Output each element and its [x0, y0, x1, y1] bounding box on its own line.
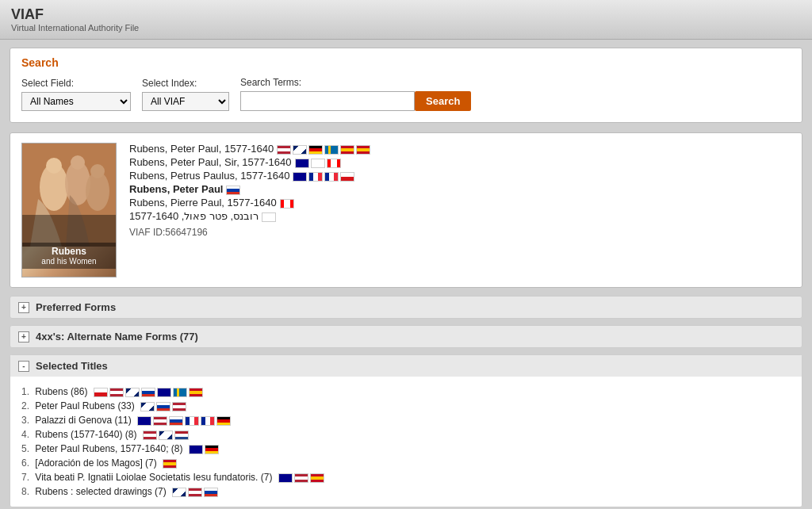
name-text-3: Rubens, Peter Paul — [129, 183, 223, 195]
title-text-6: Vita beati P. Ignatii Loiolae Societatis… — [33, 472, 275, 483]
flag-au — [295, 159, 309, 168]
flag-fr — [324, 172, 339, 182]
flag-ru — [141, 388, 155, 397]
flag-us — [153, 416, 167, 426]
flag-us — [143, 431, 157, 440]
viaf-id: VIAF ID:56647196 — [129, 227, 791, 238]
preferred-forms-header[interactable]: + Preferred Forms — [10, 297, 802, 318]
title-text-1: Peter Paul Rubens (33) — [33, 400, 137, 411]
flag-ru — [204, 488, 218, 497]
flag-au — [157, 388, 171, 397]
title-flags-5 — [163, 459, 177, 469]
flag-cz — [94, 388, 108, 397]
book-cover-art — [22, 144, 117, 247]
flag-us — [188, 488, 202, 497]
title-item-1: 2. Peter Paul Rubens (33) — [21, 399, 791, 413]
main-content: Search Select Field: All Names Personal … — [0, 40, 812, 509]
flag-fr — [201, 416, 215, 426]
alternate-names-section: + 4xx's: Alternate Name Forms (77) — [10, 325, 802, 348]
flag-es — [189, 388, 203, 397]
flag-us — [294, 473, 308, 483]
name-text-5: רובנס, פטר פאול, 1577-1640 — [129, 210, 259, 222]
title-text-4: Peter Paul Rubens, 1577-1640; (8) — [33, 443, 186, 454]
search-button[interactable]: Search — [415, 91, 471, 111]
titles-list: 1. Rubens (86) 2. Peter Paul Rubens (33)… — [21, 385, 791, 499]
search-terms-input[interactable] — [240, 91, 415, 111]
flag-ru — [169, 416, 183, 426]
result-main: Rubens and his Women Rubens, Peter Paul,… — [21, 143, 791, 277]
name-entry-2: Rubens, Petrus Paulus, 1577-1640 — [129, 170, 791, 182]
select-index-label: Select Index: — [142, 78, 229, 89]
title-num-0: 1. — [21, 386, 29, 397]
selected-titles-collapse-icon: - — [18, 361, 29, 372]
name-flags-4 — [280, 199, 294, 209]
svg-point-4 — [46, 158, 62, 174]
preferred-forms-title: Preferred Forms — [36, 301, 116, 313]
flag-gb — [172, 488, 186, 497]
selected-titles-section: - Selected Titles 1. Rubens (86) 2. Pete… — [10, 354, 802, 507]
svg-point-5 — [71, 155, 85, 170]
flag-es — [356, 145, 370, 155]
title-item-2: 3. Palazzi di Genova (11) — [21, 413, 791, 427]
flag-cz — [340, 172, 354, 182]
title-flags-3 — [143, 431, 189, 440]
name-flags-2 — [293, 172, 354, 182]
title-text-5: [Adoración de los Magos] (7) — [33, 457, 159, 469]
alternate-names-collapse-icon: + — [18, 331, 29, 343]
app-subtitle: Virtual International Authority File — [11, 23, 801, 33]
selected-titles-header[interactable]: - Selected Titles — [10, 355, 802, 377]
flag-ru — [226, 186, 240, 195]
title-num-6: 7. — [21, 472, 29, 483]
name-text-1: Rubens, Peter Paul, Sir, 1577-1640 — [129, 156, 292, 168]
select-field-group: Select Field: All Names Personal Names C… — [21, 78, 131, 111]
title-flags-4 — [189, 445, 219, 454]
name-flags-1 — [295, 159, 341, 168]
svg-point-6 — [90, 164, 105, 178]
flag-au — [278, 473, 293, 483]
flag-ru — [156, 402, 170, 411]
preferred-forms-collapse-icon: + — [18, 302, 29, 313]
flag-il — [311, 159, 325, 168]
title-text-0: Rubens (86) — [33, 386, 90, 397]
title-item-3: 4. Rubens (1577-1640) (8) — [21, 427, 791, 442]
book-overlay: Rubens and his Women — [22, 243, 116, 269]
name-entry-1: Rubens, Peter Paul, Sir, 1577-1640 — [129, 156, 791, 168]
title-item-6: 7. Vita beati P. Ignatii Loiolae Societa… — [21, 470, 791, 484]
flag-ca — [327, 159, 341, 168]
flag-se — [324, 145, 339, 155]
flag-au — [293, 172, 307, 182]
title-num-4: 5. — [21, 443, 29, 454]
flag-es — [340, 145, 354, 155]
name-entry-0: Rubens, Peter Paul, 1577-1640 — [129, 143, 791, 155]
title-num-3: 4. — [21, 429, 29, 440]
search-panel-title: Search — [21, 56, 791, 69]
name-text-2: Rubens, Petrus Paulus, 1577-1640 — [129, 170, 289, 182]
title-item-4: 5. Peter Paul Rubens, 1577-1640; (8) — [21, 442, 791, 456]
title-item-7: 8. Rubens : selected drawings (7) — [21, 484, 791, 499]
title-item-5: 6. [Adoración de los Magos] (7) — [21, 456, 791, 470]
title-text-3: Rubens (1577-1640) (8) — [33, 429, 140, 440]
title-text-2: Palazzi di Genova (11) — [33, 415, 134, 426]
title-num-5: 6. — [21, 457, 29, 469]
name-flags-3 — [226, 186, 240, 195]
select-field-label: Select Field: — [21, 78, 131, 89]
name-text-4: Rubens, Pierre Paul, 1577-1640 — [129, 197, 277, 209]
title-flags-6 — [278, 473, 324, 483]
alternate-names-header[interactable]: + 4xx's: Alternate Name Forms (77) — [10, 326, 802, 347]
name-entry-5: רובנס, פטר פאול, 1577-1640 — [129, 210, 791, 222]
title-flags-1 — [140, 402, 186, 411]
select-index-group: Select Index: All VIAF LC BNF DNB OCLC — [142, 78, 229, 111]
flag-au — [189, 445, 203, 454]
flag-de — [205, 445, 219, 454]
search-terms-group: Search Terms: Search — [240, 77, 471, 111]
title-num-7: 8. — [21, 486, 29, 497]
select-index-dropdown[interactable]: All VIAF LC BNF DNB OCLC — [142, 92, 229, 111]
select-field-dropdown[interactable]: All Names Personal Names Corporate Names… — [21, 92, 131, 111]
search-terms-label: Search Terms: — [240, 77, 471, 88]
flag-gb — [293, 145, 307, 155]
flag-us — [277, 145, 291, 155]
app-title: VIAF — [11, 6, 801, 23]
flag-fr — [308, 172, 323, 182]
title-flags-7 — [172, 488, 218, 497]
name-flags-0 — [277, 145, 370, 155]
